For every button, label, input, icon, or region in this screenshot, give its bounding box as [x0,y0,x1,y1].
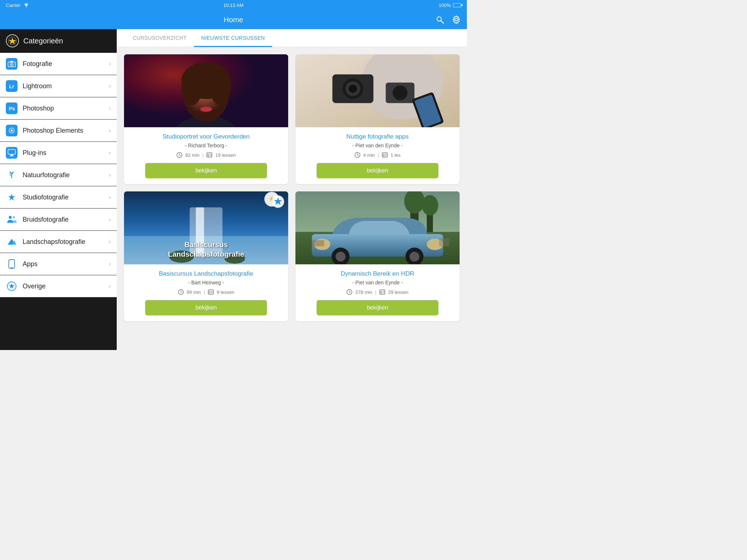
course-info-landschap: Basiscursus Landschapsfotografie - Bart … [124,264,288,321]
chevron-icon: › [109,283,111,289]
starburst-icon [6,191,18,203]
course-card-landschap: BasiscursusLandschapsfotografie Basiscur… [124,191,288,321]
chevron-icon: › [109,61,111,67]
battery-label: 100% [439,3,451,8]
course-lessons-landschap: 9 lessen [217,289,234,295]
sidebar-label-photoshop: Photoshop [23,105,109,112]
course-meta-dynamisch: 278 min | 29 lessen [301,289,454,295]
tabs: CURSUSOVERZICHT NIEUWSTE CURSUSSEN [117,29,467,47]
svg-marker-29 [9,283,15,289]
svg-rect-20 [9,156,14,156]
sidebar-header: Categorieën [0,29,117,53]
status-bar: Carrier 10:13 AM 100% [0,0,467,10]
monitor-icon [6,147,18,159]
sidebar-header-title: Categorieën [23,37,63,45]
sidebar-item-fotografie[interactable]: Fotografie › [0,53,117,75]
lightroom-icon: Lr [6,80,18,92]
tab-cursusoverzicht[interactable]: CURSUSOVERZICHT [125,29,194,47]
course-author-landschap: - Bart Heirweg - [130,280,282,285]
status-time: 10:13 AM [224,3,244,8]
sidebar-item-lightroom[interactable]: Lr Lightroom › [0,75,117,97]
svg-point-3 [455,19,458,21]
wifi-icon [23,3,29,7]
svg-rect-53 [382,153,387,157]
content-area: CURSUSOVERZICHT NIEUWSTE CURSUSSEN [117,29,467,350]
clock-icon [177,152,182,158]
bekijken-button-fotografie-apps[interactable]: bekijken [317,163,438,178]
bekijken-button-dynamisch[interactable]: bekijken [317,300,438,315]
bekijken-button-studioportret[interactable]: bekijken [145,163,267,178]
sidebar-item-studiofotografie[interactable]: Studiofotografie › [0,186,117,209]
svg-point-82 [336,252,345,261]
course-duration-dynamisch: 278 min [355,289,372,295]
sidebar-item-plugins[interactable]: Plug-ins › [0,142,117,164]
sidebar: Categorieën Fotografie › Lr [0,29,117,350]
photoshop-elements-icon [6,125,18,136]
chevron-icon: › [109,149,111,156]
chevron-icon: › [109,238,111,245]
grid-icon [206,152,212,158]
sidebar-label-landschapsfotografie: Landschapsfotografie [23,238,109,246]
course-lessons-studioportret: 19 lessen [215,152,236,158]
svg-rect-85 [312,240,324,246]
search-icon[interactable] [436,15,444,24]
grid-icon [208,289,214,295]
sidebar-label-fotografie: Fotografie [23,60,109,68]
main-layout: Categorieën Fotografie › Lr [0,29,467,350]
chevron-icon: › [109,261,111,267]
phone-icon [6,258,18,270]
mountain-icon [6,236,18,248]
course-title-dynamisch: Dynamisch Bereik en HDR [301,270,454,277]
nav-bar: Home [0,10,467,29]
chevron-icon: › [109,127,111,134]
svg-point-36 [200,107,212,112]
grid-icon [379,289,385,295]
sidebar-item-photoshop[interactable]: Ps Photoshop › [0,97,117,120]
sidebar-item-apps[interactable]: Apps › [0,253,117,275]
sidebar-label-natuurfotografie: Natuurfotografie [23,171,109,179]
sidebar-item-natuurfotografie[interactable]: Natuurfotografie › [0,164,117,186]
course-thumbnail-studioportret [124,54,288,127]
svg-line-2 [441,21,444,23]
svg-text:Ps: Ps [9,106,15,112]
svg-rect-27 [10,267,13,268]
course-card-studioportret: Studioportret voor Gevorderden - Richard… [124,54,288,184]
svg-rect-78 [312,234,443,257]
sidebar-item-landschapsfotografie[interactable]: Landschapsfotografie › [0,231,117,253]
svg-rect-26 [9,260,15,268]
nav-actions [436,15,461,24]
chevron-icon: › [109,105,111,112]
course-author-studioportret: - Richard Terborg - [130,143,282,148]
sidebar-label-lightroom: Lightroom [23,82,109,90]
carrier-label: Carrier [6,3,20,8]
nav-title: Home [224,16,243,24]
svg-point-0 [26,7,27,7]
course-thumbnail-landschap: BasiscursusLandschapsfotografie [124,191,288,264]
status-right: 100% [439,3,461,8]
sidebar-item-overige[interactable]: Overige › [0,275,117,298]
course-thumbnail-fotografie-apps [295,54,460,127]
camera-icon [6,58,18,70]
course-card-fotografie-apps: Nuttige fotografie apps - Piet van den E… [295,54,460,184]
course-lessons-dynamisch: 29 lessen [388,289,409,295]
course-author-fotografie-apps: - Piet van den Eynde - [301,143,454,148]
svg-point-23 [13,216,15,218]
status-left: Carrier [6,3,29,8]
sidebar-logo [6,34,19,47]
svg-point-9 [11,64,12,65]
sidebar-label-overige: Overige [23,283,109,290]
photoshop-icon: Ps [6,102,18,114]
bekijken-button-landschap[interactable]: bekijken [145,300,267,315]
clock-icon [178,289,184,295]
sidebar-item-bruidsfotografie[interactable]: Bruidsfotografie › [0,209,117,231]
svg-point-77 [422,195,438,215]
course-meta-studioportret: 92 min | 19 lessen [130,152,282,158]
svg-point-22 [9,216,12,219]
svg-point-35 [210,72,231,105]
tab-nieuwste-cursussen[interactable]: NIEUWSTE CURSUSSEN [194,29,272,47]
svg-rect-17 [8,149,15,154]
course-author-dynamisch: - Piet van den Eynde - [301,280,454,285]
sidebar-item-photoshop-elements[interactable]: Photoshop Elements › [0,120,117,142]
course-meta-landschap: 99 min | 9 lessen [130,289,282,295]
settings-icon[interactable] [452,15,461,24]
